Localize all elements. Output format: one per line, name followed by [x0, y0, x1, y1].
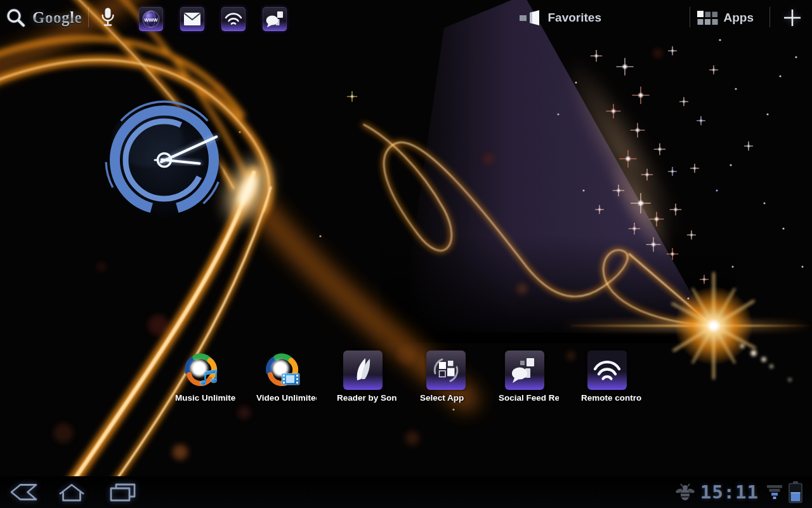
- apps-button[interactable]: Apps: [696, 10, 754, 26]
- app-label: Social Feed Reader: [499, 393, 559, 403]
- apps-button-wrap: Apps: [696, 0, 754, 36]
- search-icon: [5, 6, 27, 29]
- signal-strength-icon: [766, 483, 783, 501]
- recents-button[interactable]: [104, 481, 141, 503]
- back-button[interactable]: [5, 481, 42, 503]
- apps-label: Apps: [724, 11, 754, 25]
- add-button[interactable]: [783, 8, 802, 27]
- social-feed-reader-icon: [505, 351, 544, 390]
- voice-search-button[interactable]: [96, 5, 119, 30]
- bee-icon: [675, 483, 695, 502]
- remote-control-icon: [587, 351, 627, 390]
- recents-icon: [107, 481, 138, 503]
- browser-www-icon: www: [141, 10, 160, 29]
- add-button-wrap: [783, 0, 802, 36]
- svg-text:www: www: [143, 17, 158, 23]
- plus-icon: [783, 8, 802, 27]
- email-icon: [183, 12, 201, 26]
- app-social-feed-reader[interactable]: Social Feed Reader: [494, 350, 555, 403]
- system-bar: 15:11: [0, 476, 812, 508]
- google-search-widget[interactable]: Google: [5, 4, 82, 32]
- top-bar: Google www: [0, 0, 812, 36]
- favorites-button-wrap: Favorites: [518, 0, 601, 36]
- chat-bubbles-icon: [265, 10, 284, 28]
- microphone-icon: [101, 7, 115, 29]
- back-icon: [9, 482, 38, 502]
- home-button[interactable]: [53, 481, 90, 503]
- app-select-app[interactable]: Select App: [416, 350, 476, 403]
- analog-clock-face: [103, 99, 225, 221]
- music-unlimited-icon: [181, 351, 221, 390]
- favorites-label: Favorites: [548, 11, 601, 25]
- app-remote-control[interactable]: Remote control: [577, 350, 638, 403]
- wallpaper: [0, 0, 812, 508]
- app-music-unlimited[interactable]: Music Unlimited: [171, 350, 232, 403]
- wifi-arcs-icon: [224, 11, 243, 27]
- google-logo: Google: [32, 9, 82, 27]
- clock-time: 15:11: [700, 481, 759, 503]
- shortcut-browser[interactable]: www: [139, 7, 163, 31]
- app-label: Reader by Sony: [337, 393, 397, 403]
- film-strip-glyph: [282, 373, 299, 385]
- shortcut-email[interactable]: [180, 7, 204, 31]
- reader-icon: [343, 351, 383, 390]
- favorites-icon: [518, 10, 542, 26]
- shortcut-social-feed[interactable]: [263, 7, 287, 31]
- divider: [690, 7, 690, 27]
- home-icon: [56, 481, 87, 503]
- divider: [88, 7, 89, 27]
- home-screen: Google www: [0, 0, 812, 508]
- battery-icon: [788, 481, 803, 504]
- video-unlimited-icon: [263, 351, 302, 390]
- divider: [769, 7, 770, 27]
- app-label: Remote control: [581, 393, 641, 403]
- analog-clock-widget[interactable]: [103, 99, 225, 221]
- favorites-button[interactable]: Favorites: [518, 10, 601, 26]
- app-reader-by-sony[interactable]: Reader by Sony: [332, 350, 393, 403]
- select-app-icon: [426, 351, 466, 390]
- status-tray[interactable]: 15:11: [675, 476, 812, 508]
- app-label: Video Unlimited: [256, 393, 317, 403]
- app-label: Select App: [420, 393, 480, 403]
- app-label: Music Unlimited: [175, 393, 235, 403]
- shortcut-remote-control[interactable]: [221, 7, 246, 31]
- apps-grid-icon: [696, 10, 718, 26]
- app-video-unlimited[interactable]: Video Unlimited: [252, 350, 313, 403]
